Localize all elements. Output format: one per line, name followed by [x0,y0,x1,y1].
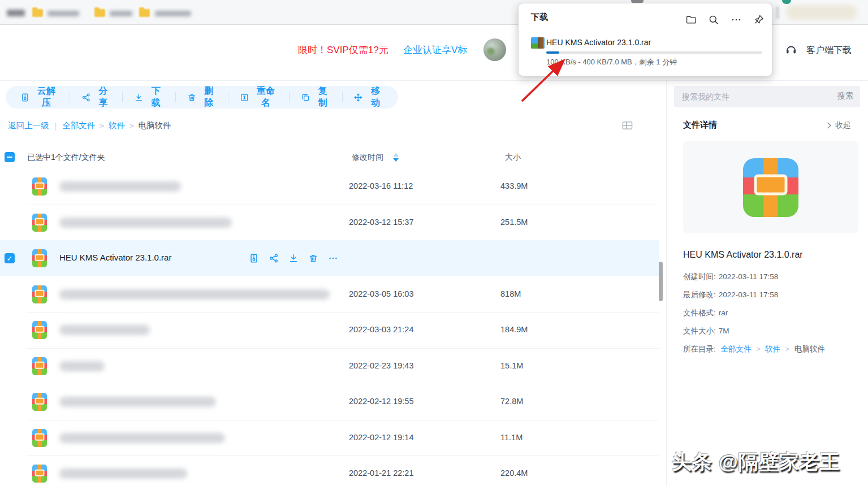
directory-link-software[interactable]: 软件 [765,345,780,353]
rar-file-icon [32,393,47,411]
collapse-label: 收起 [835,120,850,131]
rar-file-icon [32,285,47,303]
open-folder-icon[interactable] [685,14,697,25]
sort-desc-icon[interactable] [393,153,399,162]
modified-cell: 2022-02-12 19:14 [349,433,414,442]
table-row[interactable]: 2022-02-12 19:55 72.8M [0,384,659,420]
file-name[interactable]: HEU KMS Activator 23.1.0.rar [59,253,171,262]
watermark-text: 头条 @隔壁家老王 [672,449,840,475]
bookmark-folder-icon[interactable] [32,9,43,17]
table-row[interactable]: 2022-03-03 21:24 184.9M [0,312,659,348]
row-cloud-unzip-icon[interactable] [249,253,259,263]
file-actions-toolbar: 云解压 分享 下载 删除 重命名 复制 移动 [6,86,398,109]
pin-icon[interactable] [753,14,765,25]
collapse-details-button[interactable]: 收起 [827,120,850,131]
cloud-unzip-button[interactable]: 云解压 [9,85,70,109]
breadcrumb-separator: > [100,122,104,130]
table-row[interactable]: 2022-03-05 16:03 818M [0,276,659,313]
size-cell: 72.8M [500,397,523,406]
download-item-filename[interactable]: HEU KMS Activator 23.1.0.rar [546,38,651,47]
modified-cell: 2022-02-23 19:43 [349,361,414,370]
grid-view-toggle-icon[interactable] [622,121,633,131]
blurred-browser-profile[interactable] [786,5,857,20]
select-all-checkbox[interactable] [5,152,15,162]
blurred-bookmark[interactable] [7,10,25,16]
rar-file-icon [32,357,47,375]
enterprise-promo-link[interactable]: 企业认证享V标 [403,44,467,57]
breadcrumb-item-software[interactable]: 软件 [109,120,125,131]
table-row-selected[interactable]: ✓ HEU KMS Activator 23.1.0.rar [0,240,659,276]
modified-cell: 2022-03-03 21:24 [349,325,414,334]
rar-file-icon [32,429,47,447]
breadcrumb-back-link[interactable]: 返回上一级 [8,120,49,131]
browser-toolbar-divider [776,6,779,19]
file-preview [683,141,858,233]
field-value: rar [719,309,728,317]
copy-icon [301,92,310,103]
blurred-file-name [59,468,187,479]
share-button[interactable]: 分享 [70,85,123,109]
details-panel-title: 文件详情 [683,120,717,131]
move-icon [353,92,363,103]
row-trash-icon[interactable] [308,253,318,263]
bookmark-folder-icon[interactable] [94,9,105,17]
table-row[interactable]: 2022-02-12 19:14 11.1M [0,420,659,456]
client-download-link[interactable]: 客户端下载 [806,45,852,57]
search-input[interactable] [674,86,821,107]
column-header-modified[interactable]: 修改时间 [352,153,383,163]
modified-cell: 2022-03-16 11:12 [349,181,413,190]
rename-icon [240,92,249,103]
field-label: 所在目录: [683,345,716,353]
modified-cell: 2022-02-12 19:55 [349,397,414,406]
row-checkbox-checked[interactable]: ✓ [5,253,15,263]
list-scrollbar-thumb[interactable] [659,262,663,301]
headset-icon[interactable] [785,44,797,56]
table-row[interactable]: 2022-02-23 19:43 15.1M [0,348,659,384]
detail-format: 文件格式:rar [683,304,825,322]
button-label: 云解压 [34,85,58,109]
user-avatar[interactable] [483,38,506,61]
blurred-file-name [59,181,181,192]
field-value: 7M [719,327,729,335]
breadcrumb-separator: > [129,122,134,130]
bookmark-folder-icon[interactable] [139,9,150,17]
blurred-file-name [59,289,330,300]
row-more-icon[interactable] [328,253,338,263]
browser-avatar-sliver [782,0,791,4]
button-label: 复制 [315,85,331,109]
button-label: 重命名 [254,85,278,109]
download-icon [134,92,144,103]
table-row[interactable]: 2022-03-12 15:37 251.5M [0,205,659,241]
table-row[interactable]: 2022-01-21 22:21 220.4M [0,455,659,486]
rename-button[interactable]: 重命名 [228,85,289,109]
blurred-file-name [59,218,232,228]
breadcrumb-item-all-files[interactable]: 全部文件 [62,120,95,131]
blurred-bookmark-label [110,11,132,16]
delete-button[interactable]: 删除 [176,85,228,109]
modified-cell: 2022-03-05 16:03 [349,289,414,298]
rar-file-icon [32,249,47,267]
download-progress-fill [546,51,559,54]
breadcrumb-item-current: 电脑软件 [138,120,171,131]
row-share-icon[interactable] [269,253,279,263]
size-cell: 818M [500,289,521,298]
row-download-icon[interactable] [288,253,299,263]
table-row[interactable]: 2022-03-16 11:12 433.9M [0,168,659,205]
column-header-size[interactable]: 大小 [505,153,521,163]
cloud-unzip-icon [20,92,30,103]
directory-link-all-files[interactable]: 全部文件 [721,345,752,353]
search-submit-button[interactable]: 搜索 [837,91,853,101]
copy-button[interactable]: 复制 [290,85,342,109]
share-icon [81,92,91,103]
download-status-text: 100 KB/s - 400 KB/7.0 MB，剩余 1 分钟 [546,57,677,67]
svip-promo-link[interactable]: 限时！SVIP仅需1?元 [298,44,388,57]
more-options-icon[interactable] [731,14,742,25]
download-button[interactable]: 下载 [123,85,175,109]
search-downloads-icon[interactable] [708,14,719,25]
file-list: 2022-03-16 11:12 433.9M 2022-03-12 15:37… [0,168,666,486]
panel-divider [666,81,667,486]
field-label: 最后修改: [683,290,716,299]
directory-separator: > [756,345,760,353]
move-button[interactable]: 移动 [342,85,395,109]
chevron-right-icon [827,122,832,129]
